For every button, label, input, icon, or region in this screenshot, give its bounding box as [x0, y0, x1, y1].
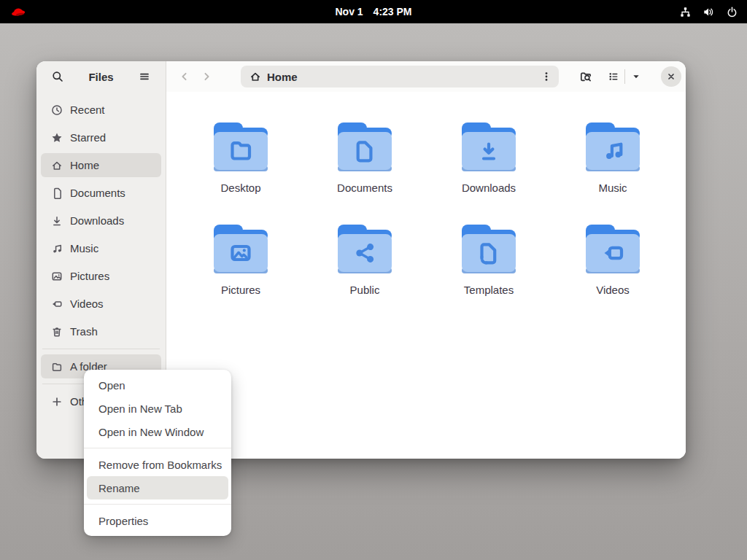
trash-icon	[51, 326, 63, 338]
search-button[interactable]	[48, 67, 67, 86]
header-bar: Home	[166, 61, 686, 92]
sidebar-item-downloads[interactable]: Downloads	[41, 209, 161, 233]
activities-corner[interactable]	[9, 2, 28, 21]
path-bar[interactable]: Home	[241, 66, 559, 88]
search-icon	[52, 71, 63, 82]
folder-item-downloads[interactable]: Downloads	[427, 117, 551, 219]
picture-emblem-icon	[212, 219, 270, 279]
date-label: Nov 1	[335, 6, 363, 18]
sidebar-item-documents[interactable]: Documents	[41, 181, 161, 205]
plus-icon	[51, 396, 63, 408]
chevron-left-icon	[179, 71, 190, 82]
folder-label: Desktop	[220, 182, 260, 194]
menu-item-rename[interactable]: Rename	[87, 476, 228, 499]
view-menu-dropdown-button[interactable]	[627, 67, 646, 86]
template-emblem-icon	[460, 219, 518, 279]
app-title: Files	[88, 71, 113, 83]
image-icon	[51, 271, 63, 282]
time-label: 4:23 PM	[374, 6, 412, 18]
chevron-right-icon	[201, 71, 212, 82]
kebab-menu-icon	[541, 71, 552, 82]
main-pane: Home	[166, 61, 686, 459]
sidebar-item-home[interactable]: Home	[41, 153, 161, 177]
home-icon	[249, 71, 261, 82]
folder-label: Public	[350, 284, 380, 296]
folder-label: Videos	[596, 284, 630, 296]
download-emblem-icon	[460, 117, 518, 176]
divider	[624, 69, 625, 84]
sidebar-item-label: Recent	[70, 104, 105, 116]
folder-search-icon	[580, 71, 592, 82]
folder-item-documents[interactable]: Documents	[303, 117, 427, 219]
sidebar-item-label: Music	[70, 242, 98, 254]
folder-icon	[51, 361, 63, 373]
menu-item-open[interactable]: Open	[87, 373, 228, 397]
video-emblem-icon	[584, 219, 642, 279]
document-icon	[51, 187, 63, 199]
menu-item-remove-from-bookmarks[interactable]: Remove from Bookmarks	[87, 453, 228, 476]
context-menu: Open Open in New Tab Open in New Window …	[84, 370, 231, 536]
folder-item-pictures[interactable]: Pictures	[179, 219, 303, 321]
menu-separator	[84, 504, 231, 505]
chevron-down-icon	[630, 71, 642, 82]
view-options-button[interactable]	[537, 67, 556, 86]
sidebar-item-pictures[interactable]: Pictures	[41, 264, 161, 288]
sidebar-header: Files	[36, 61, 166, 92]
sidebar-item-starred[interactable]: Starred	[41, 125, 161, 149]
current-location-label: Home	[267, 71, 531, 83]
sidebar-list: Recent Starred Home Documents	[36, 92, 166, 417]
sidebar-item-label: Downloads	[70, 214, 124, 227]
folder-item-templates[interactable]: Templates	[427, 219, 551, 321]
close-icon	[665, 71, 677, 82]
folder-view: Desktop Documents Downloads Music Pictur…	[166, 92, 686, 459]
close-window-button[interactable]	[661, 66, 681, 87]
clock-menu[interactable]: Nov 1 4:23 PM	[335, 6, 411, 18]
sidebar-item-label: Trash	[70, 325, 98, 338]
clock-icon	[51, 104, 63, 116]
menu-item-properties[interactable]: Properties	[87, 509, 228, 532]
sidebar-separator	[42, 349, 160, 349]
folder-item-desktop[interactable]: Desktop	[179, 117, 303, 219]
list-view-icon	[608, 71, 619, 82]
home-icon	[51, 160, 63, 171]
menu-item-open-in-new-tab[interactable]: Open in New Tab	[87, 397, 228, 420]
folder-label: Templates	[464, 284, 514, 296]
volume-icon	[703, 6, 715, 18]
folder-item-music[interactable]: Music	[551, 117, 675, 219]
list-view-button[interactable]	[604, 67, 623, 86]
folder-emblem-icon	[212, 117, 270, 176]
top-system-bar: Nov 1 4:23 PM	[0, 0, 747, 23]
star-icon	[51, 132, 63, 144]
menu-separator	[84, 448, 231, 448]
system-status-area[interactable]	[679, 6, 738, 18]
sidebar-item-music[interactable]: Music	[41, 236, 161, 260]
video-camera-icon	[51, 298, 63, 310]
forward-button[interactable]	[196, 66, 217, 88]
folder-item-public[interactable]: Public	[303, 219, 427, 321]
folder-label: Music	[598, 182, 627, 194]
download-icon	[51, 215, 63, 227]
network-wired-icon	[679, 6, 692, 18]
folder-label: Documents	[337, 182, 392, 194]
back-button[interactable]	[174, 66, 196, 88]
sidebar-item-label: Documents	[70, 187, 125, 199]
view-toggle-group	[604, 67, 646, 86]
power-icon	[726, 6, 738, 18]
document-emblem-icon	[336, 117, 394, 176]
folder-item-videos[interactable]: Videos	[551, 219, 675, 321]
sidebar-item-videos[interactable]: Videos	[41, 292, 161, 316]
search-folder-button[interactable]	[576, 67, 595, 86]
hamburger-menu-icon	[139, 71, 150, 82]
music-emblem-icon	[584, 117, 642, 176]
sidebar-item-trash[interactable]: Trash	[41, 319, 161, 343]
menu-item-open-in-new-window[interactable]: Open in New Window	[87, 420, 228, 443]
share-emblem-icon	[336, 219, 394, 279]
sidebar-item-label: Videos	[70, 298, 104, 310]
folder-label: Pictures	[221, 284, 260, 296]
sidebar-item-label: Pictures	[70, 270, 109, 282]
folder-label: Downloads	[462, 182, 516, 194]
music-note-icon	[51, 243, 63, 254]
sidebar-item-recent[interactable]: Recent	[41, 98, 161, 122]
folder-grid: Desktop Documents Downloads Music Pictur…	[179, 117, 686, 321]
main-menu-button[interactable]	[135, 67, 154, 86]
